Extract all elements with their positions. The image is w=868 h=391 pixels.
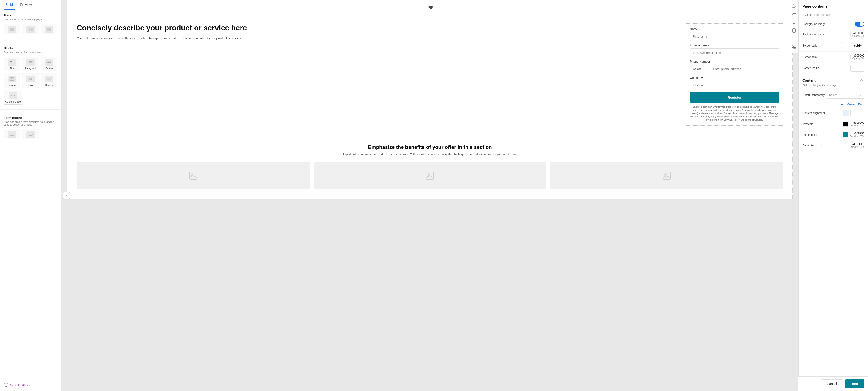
done-button[interactable]: Done — [845, 380, 864, 388]
block-paragraph[interactable]: Paragraph — [22, 57, 39, 71]
form-blocks-title: Form Blocks — [4, 116, 58, 120]
desktop-view-btn[interactable] — [790, 19, 798, 26]
cancel-button[interactable]: Cancel — [821, 380, 843, 388]
svg-rect-5 — [50, 28, 51, 31]
svg-rect-28 — [663, 172, 670, 179]
border-style-row: Border style solid — [799, 40, 868, 52]
phone-input[interactable] — [710, 65, 779, 73]
form-section[interactable]: Name Email address Phone Number Select C… — [686, 23, 783, 126]
block-items-grid: T Title Paragraph Button Image — [4, 57, 58, 88]
undo-btn[interactable] — [790, 2, 798, 9]
background-color-control: #000000 Opacity 0% — [846, 32, 864, 37]
main-canvas: Logo Concisely describe your product or … — [61, 0, 799, 391]
block-image[interactable]: Image — [4, 73, 21, 88]
phone-select[interactable]: Select — [690, 65, 708, 73]
block-link[interactable]: Link — [22, 73, 39, 88]
tab-preview[interactable]: Preview — [18, 0, 34, 10]
send-feedback-btn[interactable]: 💬 Send feedback — [0, 379, 61, 391]
svg-text:T: T — [10, 61, 12, 64]
logo-section[interactable]: Logo — [67, 0, 793, 14]
email-input[interactable] — [690, 48, 779, 57]
button-color-swatch[interactable] — [843, 132, 848, 137]
row-two-col[interactable] — [22, 24, 39, 34]
font-family-row: Default font family Select... — [799, 89, 868, 101]
button-text-color-label: Button text color — [802, 144, 823, 147]
rows-section: Rows Drag a row into your landing page — [0, 10, 61, 39]
text-color-swatch[interactable] — [843, 122, 848, 127]
right-sidebar: Page container Style the page container … — [799, 0, 868, 391]
benefits-image-1[interactable] — [77, 162, 310, 190]
benefits-section[interactable]: Emphasize the benefits of your offer in … — [67, 135, 793, 199]
block-custom-code-label: Custom Code — [5, 100, 21, 103]
feedback-icon: 💬 — [4, 383, 8, 387]
form-blocks-grid — [4, 129, 58, 139]
button-text-color-swatch[interactable] — [843, 143, 848, 148]
two-column-icon — [26, 26, 35, 33]
bottom-action-bar: Cancel Done — [799, 377, 868, 391]
background-color-swatch[interactable] — [846, 32, 850, 37]
logo-text: Logo — [426, 5, 434, 9]
button-color-row: Button color #008294 Opacity 100% — [799, 129, 868, 140]
rows-subtitle: Drag a row into your landing page — [4, 18, 58, 21]
svg-point-22 — [794, 40, 794, 40]
content-collapse-btn[interactable] — [859, 77, 864, 83]
text-color-control: #000000 Opacity 100% — [843, 121, 864, 127]
redo-btn[interactable] — [790, 10, 798, 18]
background-color-label: Background color — [802, 33, 824, 36]
button-text-color-info: #FFFFFF Opacity 100% — [850, 142, 864, 148]
svg-point-20 — [794, 32, 794, 32]
background-color-info: #000000 Opacity 0% — [852, 32, 864, 37]
font-family-placeholder: Select... — [829, 93, 839, 97]
border-width-input[interactable] — [841, 42, 850, 49]
block-spacer[interactable]: Spacer — [41, 73, 58, 88]
svg-rect-1 — [29, 28, 30, 31]
border-style-select[interactable]: solid — [852, 42, 864, 49]
tablet-view-btn[interactable] — [790, 27, 798, 34]
tab-build[interactable]: Build — [4, 0, 14, 10]
align-center-btn[interactable] — [850, 110, 857, 116]
block-button[interactable]: Button — [41, 57, 58, 71]
border-color-swatch[interactable] — [846, 55, 850, 59]
add-custom-font-btn[interactable]: + Add Custom Font — [799, 101, 868, 107]
block-link-label: Link — [28, 84, 33, 87]
title-icon: T — [8, 59, 16, 66]
form-block-1[interactable] — [4, 129, 21, 139]
block-custom-code[interactable]: Custom Code — [4, 90, 22, 105]
benefits-image-3[interactable] — [550, 162, 783, 190]
content-section-header: Content — [799, 74, 868, 84]
form-block-2[interactable] — [22, 129, 39, 139]
hero-left: Concisely describe your product or servi… — [77, 23, 679, 126]
hero-section[interactable]: Concisely describe your product or servi… — [67, 14, 793, 135]
benefits-subtitle: Explain what makes your product or servi… — [77, 153, 783, 156]
text-color-label: Text color — [802, 123, 814, 126]
block-title[interactable]: T Title — [4, 57, 21, 71]
row-three-col[interactable] — [41, 24, 58, 34]
company-input[interactable] — [690, 81, 779, 89]
svg-rect-8 — [29, 62, 33, 63]
row-single[interactable] — [4, 24, 21, 34]
email-label: Email address — [690, 43, 779, 47]
background-image-toggle[interactable] — [855, 22, 864, 27]
text-color-hex: #000000 — [850, 121, 864, 124]
register-button[interactable]: Register — [690, 92, 779, 103]
content-alignment-row: Content alignment — [799, 107, 868, 119]
border-radius-input[interactable] — [850, 65, 864, 72]
form-select-icon — [26, 131, 35, 138]
benefits-title: Emphasize the benefits of your offer in … — [77, 144, 783, 150]
block-spacer-label: Spacer — [45, 84, 53, 87]
collapse-btn[interactable] — [859, 4, 864, 9]
align-left-btn[interactable] — [843, 110, 849, 116]
block-paragraph-label: Paragraph — [25, 67, 36, 70]
canvas-nav-back[interactable] — [63, 192, 70, 199]
align-right-btn[interactable] — [858, 110, 864, 116]
name-input[interactable] — [690, 32, 779, 41]
phone-label: Phone Number — [690, 60, 779, 63]
border-radius-control — [850, 65, 864, 72]
hide-btn[interactable] — [790, 43, 798, 51]
form-blocks-subtitle: Drag and drop a form block into your lan… — [4, 121, 58, 126]
svg-rect-7 — [29, 61, 33, 62]
single-column-icon — [8, 26, 16, 33]
mobile-view-btn[interactable] — [790, 35, 798, 43]
font-family-select[interactable]: Select... — [827, 91, 864, 99]
benefits-image-2[interactable] — [313, 162, 547, 190]
